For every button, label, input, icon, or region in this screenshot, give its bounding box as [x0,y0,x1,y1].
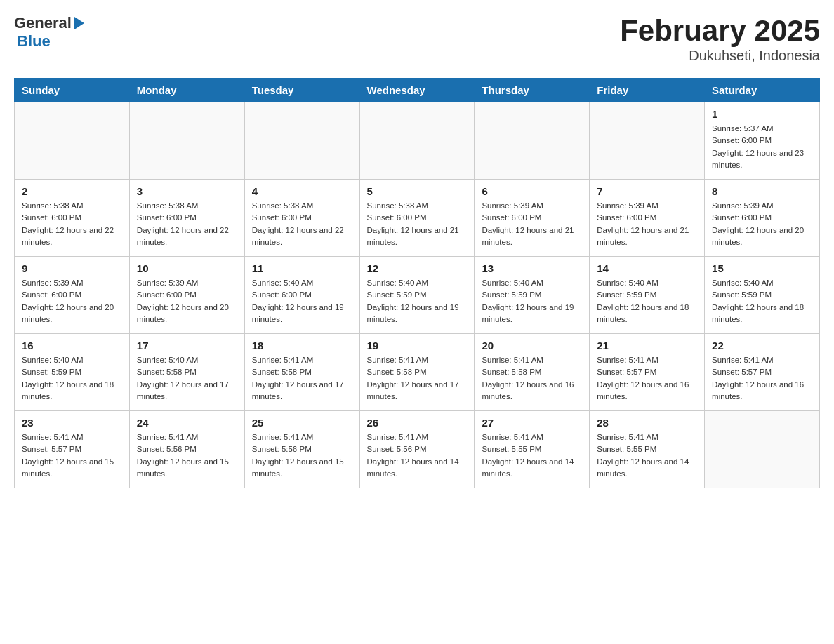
calendar-cell: 20Sunrise: 5:41 AMSunset: 5:58 PMDayligh… [475,334,590,411]
day-info: Sunrise: 5:39 AMSunset: 6:00 PMDaylight:… [597,200,697,248]
calendar-cell [359,102,475,180]
calendar-cell: 8Sunrise: 5:39 AMSunset: 6:00 PMDaylight… [705,180,820,257]
calendar-cell: 6Sunrise: 5:39 AMSunset: 6:00 PMDaylight… [475,180,590,257]
page-title: February 2025 [620,14,820,48]
calendar-week-row: 16Sunrise: 5:40 AMSunset: 5:59 PMDayligh… [15,334,820,411]
calendar-cell: 3Sunrise: 5:38 AMSunset: 6:00 PMDaylight… [129,180,244,257]
day-number: 27 [482,417,582,429]
calendar-cell: 12Sunrise: 5:40 AMSunset: 5:59 PMDayligh… [359,257,475,334]
day-info: Sunrise: 5:41 AMSunset: 5:58 PMDaylight:… [252,354,352,403]
day-info: Sunrise: 5:40 AMSunset: 5:59 PMDaylight:… [712,277,812,326]
day-info: Sunrise: 5:41 AMSunset: 5:56 PMDaylight:… [252,431,352,480]
day-info: Sunrise: 5:39 AMSunset: 6:00 PMDaylight:… [482,200,582,248]
calendar-cell [705,411,820,488]
day-number: 17 [137,340,237,351]
calendar-cell: 17Sunrise: 5:40 AMSunset: 5:58 PMDayligh… [129,334,244,411]
logo-general: General [14,14,72,32]
logo-arrow-icon [72,15,87,31]
title-section: February 2025 Dukuhseti, Indonesia [620,14,820,64]
calendar-week-row: 1Sunrise: 5:37 AMSunset: 6:00 PMDaylight… [15,102,820,180]
page-subtitle: Dukuhseti, Indonesia [620,48,820,64]
calendar-cell: 18Sunrise: 5:41 AMSunset: 5:58 PMDayligh… [244,334,359,411]
day-number: 13 [482,262,582,274]
calendar-cell: 21Sunrise: 5:41 AMSunset: 5:57 PMDayligh… [590,334,705,411]
day-info: Sunrise: 5:40 AMSunset: 5:59 PMDaylight:… [597,277,697,326]
day-info: Sunrise: 5:38 AMSunset: 6:00 PMDaylight:… [137,200,237,248]
calendar-cell [244,102,359,180]
page-header: General Blue February 2025 Dukuhseti, In… [14,14,820,64]
col-sunday: Sunday [15,79,130,102]
calendar-cell: 19Sunrise: 5:41 AMSunset: 5:58 PMDayligh… [359,334,475,411]
day-info: Sunrise: 5:40 AMSunset: 5:59 PMDaylight:… [367,277,468,326]
day-number: 4 [252,185,352,197]
day-number: 25 [252,417,352,429]
calendar-cell: 28Sunrise: 5:41 AMSunset: 5:55 PMDayligh… [590,411,705,488]
calendar-cell: 2Sunrise: 5:38 AMSunset: 6:00 PMDaylight… [15,180,130,257]
calendar-cell: 24Sunrise: 5:41 AMSunset: 5:56 PMDayligh… [129,411,244,488]
day-number: 21 [597,340,697,351]
day-info: Sunrise: 5:41 AMSunset: 5:57 PMDaylight:… [712,354,812,403]
calendar-week-row: 23Sunrise: 5:41 AMSunset: 5:57 PMDayligh… [15,411,820,488]
day-info: Sunrise: 5:38 AMSunset: 6:00 PMDaylight:… [367,200,468,248]
day-info: Sunrise: 5:38 AMSunset: 6:00 PMDaylight:… [252,200,352,248]
calendar-week-row: 9Sunrise: 5:39 AMSunset: 6:00 PMDaylight… [15,257,820,334]
calendar-table: Sunday Monday Tuesday Wednesday Thursday… [14,78,820,488]
day-info: Sunrise: 5:39 AMSunset: 6:00 PMDaylight:… [712,200,812,248]
day-number: 23 [22,417,122,429]
calendar-cell: 14Sunrise: 5:40 AMSunset: 5:59 PMDayligh… [590,257,705,334]
day-info: Sunrise: 5:39 AMSunset: 6:00 PMDaylight:… [22,277,122,326]
calendar-cell [15,102,130,180]
svg-marker-0 [74,17,84,29]
day-info: Sunrise: 5:41 AMSunset: 5:56 PMDaylight:… [137,431,237,480]
day-number: 1 [712,108,812,120]
day-info: Sunrise: 5:40 AMSunset: 5:59 PMDaylight:… [22,354,122,403]
logo-blue-text: Blue [17,32,51,51]
day-number: 24 [137,417,237,429]
day-number: 9 [22,262,122,274]
col-monday: Monday [129,79,244,102]
calendar-cell [475,102,590,180]
day-number: 2 [22,185,122,197]
calendar-cell: 4Sunrise: 5:38 AMSunset: 6:00 PMDaylight… [244,180,359,257]
calendar-cell: 11Sunrise: 5:40 AMSunset: 6:00 PMDayligh… [244,257,359,334]
day-number: 16 [22,340,122,351]
calendar-cell: 13Sunrise: 5:40 AMSunset: 5:59 PMDayligh… [475,257,590,334]
calendar-cell: 10Sunrise: 5:39 AMSunset: 6:00 PMDayligh… [129,257,244,334]
calendar-header-row: Sunday Monday Tuesday Wednesday Thursday… [15,79,820,102]
day-info: Sunrise: 5:41 AMSunset: 5:55 PMDaylight:… [597,431,697,480]
col-friday: Friday [590,79,705,102]
day-number: 26 [367,417,468,429]
col-saturday: Saturday [705,79,820,102]
day-info: Sunrise: 5:41 AMSunset: 5:57 PMDaylight:… [22,431,122,480]
day-info: Sunrise: 5:41 AMSunset: 5:58 PMDaylight:… [367,354,468,403]
day-number: 8 [712,185,812,197]
calendar-cell: 26Sunrise: 5:41 AMSunset: 5:56 PMDayligh… [359,411,475,488]
calendar-cell: 23Sunrise: 5:41 AMSunset: 5:57 PMDayligh… [15,411,130,488]
calendar-cell: 1Sunrise: 5:37 AMSunset: 6:00 PMDaylight… [705,102,820,180]
day-number: 3 [137,185,237,197]
calendar-cell [129,102,244,180]
calendar-cell: 25Sunrise: 5:41 AMSunset: 5:56 PMDayligh… [244,411,359,488]
day-info: Sunrise: 5:40 AMSunset: 5:59 PMDaylight:… [482,277,582,326]
day-info: Sunrise: 5:41 AMSunset: 5:57 PMDaylight:… [597,354,697,403]
day-number: 15 [712,262,812,274]
day-info: Sunrise: 5:38 AMSunset: 6:00 PMDaylight:… [22,200,122,248]
day-number: 5 [367,185,468,197]
day-number: 18 [252,340,352,351]
calendar-week-row: 2Sunrise: 5:38 AMSunset: 6:00 PMDaylight… [15,180,820,257]
col-tuesday: Tuesday [244,79,359,102]
calendar-cell: 22Sunrise: 5:41 AMSunset: 5:57 PMDayligh… [705,334,820,411]
day-info: Sunrise: 5:37 AMSunset: 6:00 PMDaylight:… [712,123,812,171]
calendar-cell: 7Sunrise: 5:39 AMSunset: 6:00 PMDaylight… [590,180,705,257]
day-number: 10 [137,262,237,274]
calendar-cell: 27Sunrise: 5:41 AMSunset: 5:55 PMDayligh… [475,411,590,488]
day-number: 22 [712,340,812,351]
day-number: 11 [252,262,352,274]
logo: General Blue [14,14,87,51]
day-number: 28 [597,417,697,429]
day-info: Sunrise: 5:40 AMSunset: 5:58 PMDaylight:… [137,354,237,403]
day-info: Sunrise: 5:40 AMSunset: 6:00 PMDaylight:… [252,277,352,326]
day-info: Sunrise: 5:41 AMSunset: 5:56 PMDaylight:… [367,431,468,480]
day-info: Sunrise: 5:41 AMSunset: 5:58 PMDaylight:… [482,354,582,403]
col-thursday: Thursday [475,79,590,102]
